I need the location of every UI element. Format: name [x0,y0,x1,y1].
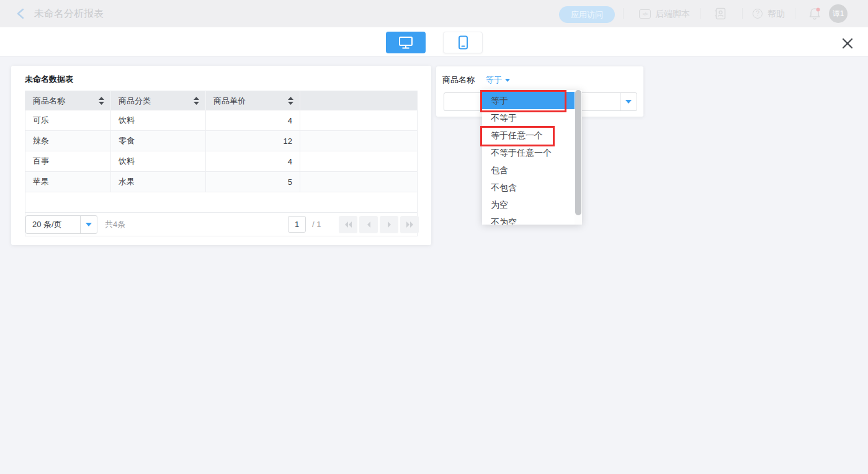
annotation-box-equals-any [480,126,555,146]
total-count-label: 共4条 [105,213,125,236]
column-header-label: 商品名称 [33,96,65,107]
help-icon[interactable]: ? [753,9,763,19]
close-button[interactable] [839,35,856,52]
data-table: 商品名称 商品分类 商品单价 [25,91,418,236]
prev-page-button[interactable] [359,216,378,233]
filter-operator-value: 等于 [486,74,502,86]
code-icon: </> [639,9,651,19]
cell-empty [300,131,417,151]
dropdown-option-not-equals-any[interactable]: 不等于任意一个 [482,144,575,161]
cell-product-category: 饮料 [111,151,206,171]
last-page-button[interactable] [400,216,419,233]
dropdown-option-contains[interactable]: 包含 [482,161,575,179]
header-divider [623,8,624,19]
desktop-monitor-icon [398,36,413,50]
first-page-button[interactable] [339,216,357,233]
preview-toolbar [0,27,868,56]
column-header-product-name[interactable]: 商品名称 [25,91,111,110]
desktop-toggle-button[interactable] [386,32,426,53]
table-row: 辣条 零食 12 [25,131,417,151]
sort-icon[interactable] [194,97,199,105]
cell-product-category: 水果 [111,172,206,192]
close-icon [841,37,854,50]
annotation-box-equals [480,90,566,112]
dropdown-option-is-not-empty[interactable]: 不为空 [482,213,575,225]
report-title: 未命名分析报表 [34,7,104,20]
page-total-label: / 1 [312,213,321,236]
chevron-down-icon [86,223,92,230]
header-divider [795,8,795,19]
table-empty-space [25,192,417,212]
cell-product-name: 可乐 [25,110,111,130]
page-size-select[interactable]: 20 条/页 [25,215,97,234]
table-row: 可乐 饮料 4 [25,110,417,131]
dropdown-scrollbar-thumb[interactable] [575,90,581,215]
dropdown-option-not-contains[interactable]: 不包含 [482,179,575,196]
backend-script-button[interactable]: 后端脚本 [655,9,690,20]
chevron-left-icon [365,221,373,228]
data-table-title: 未命名数据表 [25,74,73,85]
filter-operator-button[interactable]: 等于 [486,74,510,86]
dropdown-scrollbar-track[interactable] [575,90,582,225]
cell-empty [300,110,417,130]
filter-field-label: 商品名称 [442,74,475,86]
cell-product-name: 苹果 [25,172,111,192]
app-access-button[interactable]: 应用访问 [559,6,615,23]
column-header-product-price[interactable]: 商品单价 [206,91,300,110]
double-chevron-left-icon [344,221,352,228]
column-header-label: 商品单价 [213,96,246,107]
filter-select-caret[interactable] [620,93,637,110]
notification-dot [817,8,820,12]
page-size-value: 20 条/页 [26,216,80,233]
cell-product-price: 5 [206,172,300,192]
cell-product-name: 百事 [25,151,111,171]
column-header-empty [300,91,417,110]
notification-bell-icon[interactable] [808,7,821,20]
chevron-down-icon [505,79,510,84]
chevron-down-icon [625,100,632,107]
back-icon[interactable] [15,7,27,20]
table-row: 苹果 水果 5 [25,172,417,192]
column-header-label: 商品分类 [119,96,151,107]
pagination-bar: 20 条/页 共4条 1 / 1 [25,212,417,236]
chevron-right-icon [385,221,393,228]
cell-product-category: 饮料 [111,110,206,130]
app-header: 未命名分析报表 应用访问 </> 后端脚本 ? 帮助 谭1 [0,0,868,27]
avatar[interactable]: 谭1 [829,4,848,23]
cell-product-category: 零食 [111,131,206,151]
table-row: 百事 饮料 4 [25,151,417,172]
cell-product-price: 4 [206,110,300,130]
double-chevron-right-icon [406,221,414,228]
cell-empty [300,172,417,192]
table-header-row: 商品名称 商品分类 商品单价 [25,91,417,110]
contacts-icon[interactable] [714,7,727,20]
cell-product-price: 4 [206,151,300,171]
dropdown-option-is-empty[interactable]: 为空 [482,196,575,213]
data-table-card: 未命名数据表 商品名称 商品分类 商品单价 [11,66,431,245]
header-divider [742,8,743,19]
column-header-product-category[interactable]: 商品分类 [111,91,206,110]
cell-product-price: 12 [206,131,300,151]
mobile-phone-icon [458,35,468,50]
cell-product-name: 辣条 [25,131,111,151]
app-window: 未命名分析报表 应用访问 </> 后端脚本 ? 帮助 谭1 [0,0,868,474]
mobile-toggle-button[interactable] [443,32,483,53]
page-number-input[interactable]: 1 [288,216,306,233]
cell-empty [300,151,417,171]
header-divider [700,8,700,19]
sort-icon[interactable] [99,97,104,105]
next-page-button[interactable] [380,216,398,233]
sort-icon[interactable] [288,97,293,105]
help-button[interactable]: 帮助 [767,9,785,20]
page-size-caret[interactable] [80,216,97,233]
